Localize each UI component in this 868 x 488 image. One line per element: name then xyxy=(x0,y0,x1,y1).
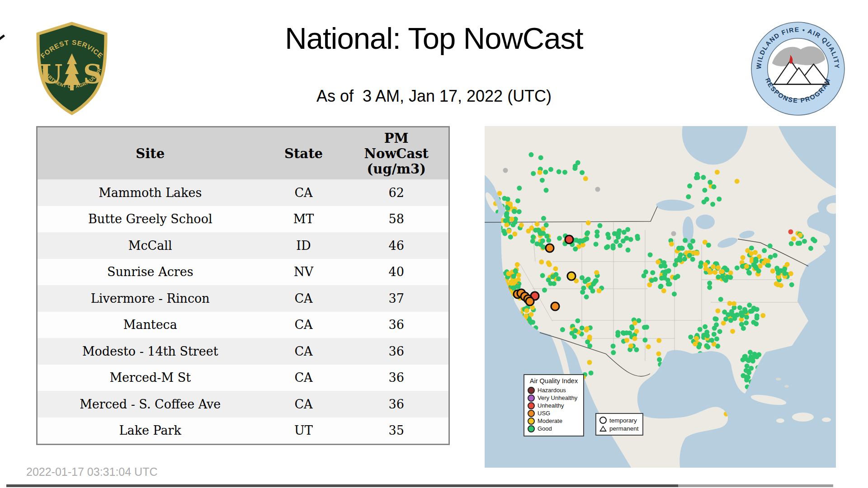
station-dot xyxy=(661,288,666,293)
wfaqrp-logo: WILDLAND FIRE • AIR QUALITY RESPONSE PRO… xyxy=(750,21,846,117)
usg-swatch-icon xyxy=(528,410,535,417)
table-row: Mammoth LakesCA62 xyxy=(37,179,449,206)
station-dot xyxy=(706,345,711,350)
station-dot xyxy=(548,167,553,172)
station-dot xyxy=(753,257,758,262)
station-dot xyxy=(748,350,753,355)
station-dot xyxy=(716,265,721,270)
station-dot xyxy=(546,238,551,243)
table-row: Sunrise AcresNV40 xyxy=(37,259,449,286)
table-row: McCallID46 xyxy=(37,232,449,259)
station-dot xyxy=(611,350,616,355)
station-dot xyxy=(634,347,639,352)
station-dot xyxy=(615,333,620,338)
station-dot xyxy=(693,342,698,347)
station-dot xyxy=(543,169,548,174)
station-dot xyxy=(524,308,529,313)
station-dot xyxy=(526,229,531,234)
station-dot xyxy=(585,326,590,331)
moderate-swatch-icon xyxy=(528,418,535,425)
station-dot xyxy=(528,152,533,157)
very_unhealthy-swatch-icon xyxy=(528,394,535,402)
station-dot xyxy=(678,253,683,258)
station-dot xyxy=(573,247,578,252)
station-dot xyxy=(605,244,610,249)
station-dot xyxy=(714,337,719,342)
aqi-legend-item: Very Unhealthy xyxy=(528,394,580,402)
table-row: Butte Greely SchoolMT58 xyxy=(37,206,449,233)
unhealthy-swatch-icon xyxy=(528,402,535,409)
station-dot xyxy=(708,180,712,185)
station-dot xyxy=(690,257,695,262)
station-dot xyxy=(589,371,594,375)
station-dot xyxy=(517,186,522,191)
station-dot xyxy=(542,288,547,293)
featured-station-marker xyxy=(546,244,554,252)
station-dot xyxy=(748,309,753,314)
station-dot xyxy=(671,231,676,236)
station-dot xyxy=(504,222,509,227)
station-dot xyxy=(751,263,756,267)
station-dot xyxy=(508,235,513,239)
station-dot xyxy=(741,255,745,260)
station-dot xyxy=(552,281,557,286)
station-dot xyxy=(553,266,558,271)
aqi-legend-title: Air Quality Index xyxy=(528,377,580,385)
top-nowcast-table: Site State PM NowCast (ug/m3) Mammoth La… xyxy=(36,126,450,445)
station-dot xyxy=(513,279,518,284)
station-dot xyxy=(624,338,629,343)
puerto-rico xyxy=(822,418,831,422)
station-dot xyxy=(712,326,717,331)
station-dot xyxy=(511,222,516,227)
station-dot xyxy=(679,245,684,250)
station-dot xyxy=(557,169,561,174)
station-dot xyxy=(587,343,592,348)
station-dot xyxy=(629,324,634,329)
station-dot xyxy=(591,282,596,286)
station-dot xyxy=(721,321,726,326)
station-dot xyxy=(687,253,692,258)
station-dot xyxy=(797,233,802,238)
station-dot xyxy=(747,271,752,276)
station-dot xyxy=(705,333,710,338)
station-dot xyxy=(788,230,793,235)
station-dot xyxy=(726,312,731,317)
station-dot xyxy=(562,170,567,175)
station-dot xyxy=(556,276,561,281)
station-dot xyxy=(694,336,699,341)
station-dot xyxy=(735,265,740,270)
station-dot xyxy=(749,245,754,250)
station-dot xyxy=(720,269,725,274)
station-dot xyxy=(512,231,517,236)
station-dot xyxy=(749,251,754,256)
bahamas xyxy=(776,378,781,380)
station-dot xyxy=(706,243,711,248)
station-dot xyxy=(515,198,520,203)
station-dot xyxy=(812,238,817,243)
station-dot xyxy=(744,315,749,320)
station-dot xyxy=(678,258,683,263)
station-dot xyxy=(584,236,589,241)
station-dot xyxy=(649,278,654,283)
station-dot xyxy=(682,257,687,262)
station-dot xyxy=(748,357,753,362)
station-dot xyxy=(657,357,662,362)
station-dot xyxy=(546,277,551,282)
station-dot xyxy=(540,178,545,183)
station-dot xyxy=(580,275,585,280)
station-dot xyxy=(656,351,661,356)
station-dot xyxy=(576,160,580,165)
column-header-state: State xyxy=(263,127,344,180)
station-dot xyxy=(544,188,549,193)
featured-station-marker xyxy=(565,235,573,244)
station-dot xyxy=(768,244,773,249)
station-dot xyxy=(712,270,717,275)
station-dot xyxy=(516,272,521,277)
station-dot xyxy=(611,245,616,250)
station-dot xyxy=(716,274,721,279)
station-dot xyxy=(635,236,640,241)
hispaniola xyxy=(792,413,814,422)
station-dot xyxy=(785,262,790,267)
station-dot xyxy=(508,202,513,206)
station-dot xyxy=(669,242,674,247)
